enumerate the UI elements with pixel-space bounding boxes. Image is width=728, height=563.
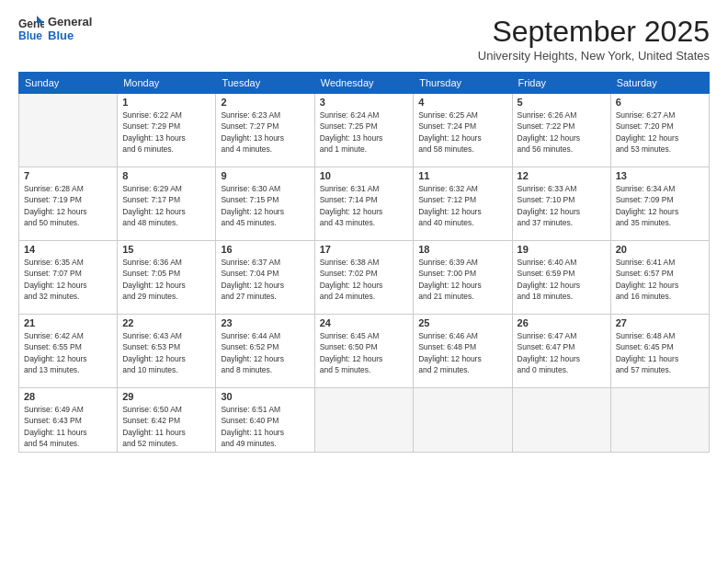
- calendar-cell: [19, 94, 118, 167]
- day-number: 10: [320, 170, 408, 181]
- calendar-cell: 15Sunrise: 6:36 AM Sunset: 7:05 PM Dayli…: [118, 241, 216, 315]
- location-subtitle: University Heights, New York, United Sta…: [478, 49, 710, 63]
- logo-general: General: [48, 15, 92, 29]
- calendar-cell: 20Sunrise: 6:41 AM Sunset: 6:57 PM Dayli…: [610, 241, 709, 315]
- day-info: Sunrise: 6:34 AM Sunset: 7:09 PM Dayligh…: [616, 183, 704, 228]
- calendar-cell: 16Sunrise: 6:37 AM Sunset: 7:04 PM Dayli…: [216, 241, 314, 315]
- calendar-cell: 2Sunrise: 6:23 AM Sunset: 7:27 PM Daylig…: [216, 94, 314, 167]
- day-info: Sunrise: 6:27 AM Sunset: 7:20 PM Dayligh…: [616, 109, 704, 155]
- day-number: 19: [518, 244, 606, 255]
- calendar-cell: 19Sunrise: 6:40 AM Sunset: 6:59 PM Dayli…: [512, 241, 610, 315]
- day-info: Sunrise: 6:46 AM Sunset: 6:48 PM Dayligh…: [418, 330, 506, 375]
- calendar-week-row: 7Sunrise: 6:28 AM Sunset: 7:19 PM Daylig…: [19, 167, 710, 241]
- calendar-cell: 1Sunrise: 6:22 AM Sunset: 7:29 PM Daylig…: [118, 94, 216, 167]
- day-number: 25: [418, 317, 506, 328]
- calendar-week-row: 28Sunrise: 6:49 AM Sunset: 6:43 PM Dayli…: [19, 388, 710, 453]
- day-number: 29: [122, 391, 210, 402]
- day-number: 18: [418, 244, 506, 255]
- day-number: 27: [616, 317, 704, 328]
- calendar-cell: 7Sunrise: 6:28 AM Sunset: 7:19 PM Daylig…: [19, 167, 118, 241]
- day-number: 22: [122, 317, 210, 328]
- calendar-week-row: 1Sunrise: 6:22 AM Sunset: 7:29 PM Daylig…: [19, 94, 710, 167]
- day-info: Sunrise: 6:51 AM Sunset: 6:40 PM Dayligh…: [221, 404, 309, 449]
- calendar-header-wednesday: Wednesday: [314, 73, 413, 94]
- day-info: Sunrise: 6:47 AM Sunset: 6:47 PM Dayligh…: [518, 330, 606, 375]
- calendar-cell: 4Sunrise: 6:25 AM Sunset: 7:24 PM Daylig…: [414, 94, 512, 167]
- day-info: Sunrise: 6:30 AM Sunset: 7:15 PM Dayligh…: [221, 183, 309, 228]
- day-number: 5: [518, 97, 606, 108]
- day-number: 3: [320, 97, 408, 108]
- calendar-cell: 26Sunrise: 6:47 AM Sunset: 6:47 PM Dayli…: [512, 315, 610, 388]
- day-info: Sunrise: 6:41 AM Sunset: 6:57 PM Dayligh…: [616, 257, 704, 302]
- logo-icon: General Blue: [18, 16, 44, 41]
- calendar-cell: 9Sunrise: 6:30 AM Sunset: 7:15 PM Daylig…: [216, 167, 314, 241]
- day-number: 23: [221, 317, 309, 328]
- calendar-cell: 3Sunrise: 6:24 AM Sunset: 7:25 PM Daylig…: [314, 94, 413, 167]
- month-title: September 2025: [478, 15, 710, 49]
- day-info: Sunrise: 6:43 AM Sunset: 6:53 PM Dayligh…: [122, 330, 210, 375]
- day-info: Sunrise: 6:35 AM Sunset: 7:07 PM Dayligh…: [24, 257, 112, 302]
- day-number: 4: [418, 97, 506, 108]
- day-info: Sunrise: 6:26 AM Sunset: 7:22 PM Dayligh…: [518, 109, 606, 155]
- calendar-header-thursday: Thursday: [414, 73, 512, 94]
- svg-text:Blue: Blue: [18, 29, 42, 41]
- calendar-cell: [610, 388, 709, 453]
- day-number: 14: [24, 244, 112, 255]
- calendar-cell: [512, 388, 610, 453]
- day-number: 15: [122, 244, 210, 255]
- day-number: 20: [616, 244, 704, 255]
- day-info: Sunrise: 6:32 AM Sunset: 7:12 PM Dayligh…: [418, 183, 506, 228]
- calendar-cell: 29Sunrise: 6:50 AM Sunset: 6:42 PM Dayli…: [118, 388, 216, 453]
- day-number: 1: [122, 97, 210, 108]
- day-info: Sunrise: 6:37 AM Sunset: 7:04 PM Dayligh…: [221, 257, 309, 302]
- calendar-header-tuesday: Tuesday: [216, 73, 314, 94]
- title-block: September 2025 University Heights, New Y…: [478, 15, 710, 63]
- day-number: 11: [418, 170, 506, 181]
- day-info: Sunrise: 6:39 AM Sunset: 7:00 PM Dayligh…: [418, 257, 506, 302]
- calendar-cell: [314, 388, 413, 453]
- calendar-cell: 27Sunrise: 6:48 AM Sunset: 6:45 PM Dayli…: [610, 315, 709, 388]
- calendar-cell: 14Sunrise: 6:35 AM Sunset: 7:07 PM Dayli…: [19, 241, 118, 315]
- calendar-header-sunday: Sunday: [19, 73, 118, 94]
- day-info: Sunrise: 6:33 AM Sunset: 7:10 PM Dayligh…: [518, 183, 606, 228]
- calendar-cell: 18Sunrise: 6:39 AM Sunset: 7:00 PM Dayli…: [414, 241, 512, 315]
- day-info: Sunrise: 6:48 AM Sunset: 6:45 PM Dayligh…: [616, 330, 704, 375]
- day-number: 28: [24, 391, 112, 402]
- day-number: 12: [518, 170, 606, 181]
- day-number: 9: [221, 170, 309, 181]
- day-info: Sunrise: 6:29 AM Sunset: 7:17 PM Dayligh…: [122, 183, 210, 228]
- day-number: 6: [616, 97, 704, 108]
- calendar-cell: 17Sunrise: 6:38 AM Sunset: 7:02 PM Dayli…: [314, 241, 413, 315]
- day-info: Sunrise: 6:38 AM Sunset: 7:02 PM Dayligh…: [320, 257, 408, 302]
- day-info: Sunrise: 6:45 AM Sunset: 6:50 PM Dayligh…: [320, 330, 408, 375]
- day-info: Sunrise: 6:24 AM Sunset: 7:25 PM Dayligh…: [320, 109, 408, 155]
- calendar-week-row: 21Sunrise: 6:42 AM Sunset: 6:55 PM Dayli…: [19, 315, 710, 388]
- calendar-cell: 6Sunrise: 6:27 AM Sunset: 7:20 PM Daylig…: [610, 94, 709, 167]
- day-info: Sunrise: 6:44 AM Sunset: 6:52 PM Dayligh…: [221, 330, 309, 375]
- logo-text: General Blue: [48, 15, 92, 42]
- day-number: 21: [24, 317, 112, 328]
- day-info: Sunrise: 6:36 AM Sunset: 7:05 PM Dayligh…: [122, 257, 210, 302]
- calendar-cell: 5Sunrise: 6:26 AM Sunset: 7:22 PM Daylig…: [512, 94, 610, 167]
- calendar-cell: 10Sunrise: 6:31 AM Sunset: 7:14 PM Dayli…: [314, 167, 413, 241]
- day-info: Sunrise: 6:42 AM Sunset: 6:55 PM Dayligh…: [24, 330, 112, 375]
- calendar-week-row: 14Sunrise: 6:35 AM Sunset: 7:07 PM Dayli…: [19, 241, 710, 315]
- day-info: Sunrise: 6:49 AM Sunset: 6:43 PM Dayligh…: [24, 404, 112, 449]
- calendar-cell: 11Sunrise: 6:32 AM Sunset: 7:12 PM Dayli…: [414, 167, 512, 241]
- day-number: 13: [616, 170, 704, 181]
- day-info: Sunrise: 6:40 AM Sunset: 6:59 PM Dayligh…: [518, 257, 606, 302]
- calendar-cell: 21Sunrise: 6:42 AM Sunset: 6:55 PM Dayli…: [19, 315, 118, 388]
- page: General Blue General Blue September 2025…: [0, 0, 728, 563]
- logo: General Blue General Blue: [18, 15, 92, 42]
- calendar-header-monday: Monday: [118, 73, 216, 94]
- day-info: Sunrise: 6:25 AM Sunset: 7:24 PM Dayligh…: [418, 109, 506, 155]
- day-number: 16: [221, 244, 309, 255]
- day-info: Sunrise: 6:31 AM Sunset: 7:14 PM Dayligh…: [320, 183, 408, 228]
- calendar-header-friday: Friday: [512, 73, 610, 94]
- day-number: 24: [320, 317, 408, 328]
- header: General Blue General Blue September 2025…: [18, 15, 710, 63]
- day-info: Sunrise: 6:50 AM Sunset: 6:42 PM Dayligh…: [122, 404, 210, 449]
- logo-blue: Blue: [48, 29, 92, 42]
- calendar-cell: [414, 388, 512, 453]
- calendar-cell: 25Sunrise: 6:46 AM Sunset: 6:48 PM Dayli…: [414, 315, 512, 388]
